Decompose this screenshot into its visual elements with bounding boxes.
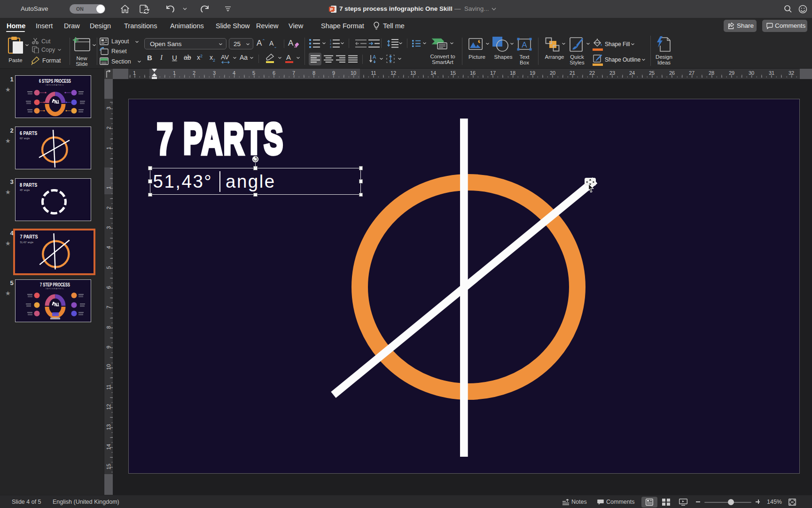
svg-text:3: 3	[330, 46, 331, 48]
svg-text:INFOGRAPHIC: INFOGRAPHIC	[46, 288, 64, 290]
svg-text:1: 1	[330, 39, 331, 42]
svg-text:6 PARTS: 6 PARTS	[20, 130, 38, 136]
svg-text:6 STEPS PROCESS: 6 STEPS PROCESS	[39, 78, 71, 84]
svg-text:45° angle: 45° angle	[20, 189, 30, 191]
svg-text:7 PARTS: 7 PARTS	[20, 234, 38, 240]
svg-text:7 STEP PROCESS: 7 STEP PROCESS	[40, 282, 70, 287]
svg-text:A: A	[373, 54, 376, 60]
svg-text:60° angle: 60° angle	[20, 137, 30, 140]
svg-text:2: 2	[330, 42, 331, 45]
svg-text:51,43° angle: 51,43° angle	[20, 241, 33, 244]
svg-text:INFOGRAPHIC: INFOGRAPHIC	[46, 84, 64, 86]
svg-text:A: A	[522, 40, 527, 49]
svg-text:8 PARTS: 8 PARTS	[20, 182, 38, 188]
svg-text:P: P	[330, 7, 333, 12]
